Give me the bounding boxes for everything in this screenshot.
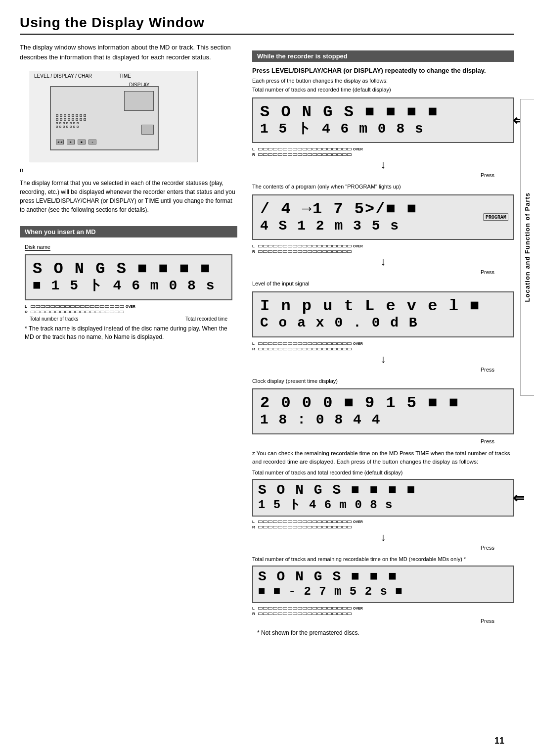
insert-display: S O N G S ■ ■ ■ ■ ■ 1 5 ト 4 6 m 0 8 s	[25, 254, 232, 300]
page-title: Using the Display Window	[20, 15, 514, 35]
stopped-display-block-4: Clock display (present time display) 2 0…	[252, 378, 514, 444]
stopped-d2-r2: 4 S 1 2 m 3 5 s	[260, 218, 506, 235]
arrow-down-1: ↓	[252, 158, 514, 171]
stopped-display-1-wrapper: S O N G S ■ ■ ■ ■ 1 5 ト 4 6 m 0 8 s ⇐	[252, 97, 514, 143]
press-label-3: Press	[252, 367, 494, 373]
z-note: z You can check the remaining recordable…	[252, 449, 514, 467]
press-label-4: Press	[252, 438, 494, 444]
stopped-d1-r1: S O N G S ■ ■ ■ ■	[260, 103, 506, 121]
instruction-bold: Press LEVEL/DISPLAY/CHAR (or DISPLAY) re…	[252, 67, 514, 74]
press-time-1: Press	[252, 545, 494, 551]
time-display-1-wrapper: S O N G S ■ ■ ■ ■ 1 5 ト 4 6 m 0 8 s ⇐	[252, 479, 514, 517]
time-display-1: S O N G S ■ ■ ■ ■ 1 5 ト 4 6 m 0 8 s	[252, 479, 514, 517]
asterisk-note-insert: * The track name is displayed instead of…	[25, 325, 237, 341]
intro-line: Each press of the button changes the dis…	[252, 77, 514, 84]
time-caption-2: Total number of tracks and remaining rec…	[252, 556, 514, 563]
section-header-stopped: While the recorder is stopped	[252, 50, 514, 62]
stopped-caption-3: Level of the input signal	[252, 280, 514, 287]
stopped-d1-r2: 1 5 ト 4 6 m 0 8 s	[260, 121, 506, 138]
stopped-display-1: S O N G S ■ ■ ■ ■ 1 5 ト 4 6 m 0 8 s	[252, 97, 514, 143]
level-bars-2: LOVER R	[252, 244, 514, 254]
press-label-1: Press	[252, 172, 494, 178]
stopped-display-block-3: Level of the input signal I n p u t L e …	[252, 280, 514, 372]
stopped-display-4: 2 0 0 0 ■ 9 1 5 ■ ■ 1 8 : 0 8 4 4	[252, 388, 514, 434]
diag-label-level: LEVEL / DISPLAY / CHAR	[34, 73, 92, 79]
insert-display-row1: S O N G S ■ ■ ■ ■	[33, 260, 224, 278]
level-bars-time-2: LOVER R	[252, 606, 514, 616]
device-body: ◄◄ ► ■ +	[50, 86, 159, 150]
program-label: PROGRAM	[484, 214, 508, 221]
stopped-caption-4: Clock display (present time display)	[252, 378, 514, 384]
device-screen	[124, 91, 154, 111]
stopped-d2-r1: / 4 →1 7 5>/■ ■	[260, 200, 506, 218]
main-content: The display window shows information abo…	[20, 43, 514, 637]
press-time-2: Press	[252, 618, 494, 624]
over-label-l: OVER	[126, 305, 135, 308]
press-label-2: Press	[252, 269, 494, 275]
level-bars-time-1: LOVER R	[252, 520, 514, 529]
section-header-insert: When you insert an MD	[20, 226, 237, 237]
left-column: The display window shows information abo…	[20, 43, 237, 637]
time-d1-r1: S O N G S ■ ■ ■ ■	[258, 483, 508, 498]
time-d2-r2: ■ ■ - 2 7 m 5 2 s ■	[258, 585, 508, 599]
arrow-down-time-1: ↓	[252, 531, 514, 544]
sidebar-text: Location and Function of Parts	[524, 192, 531, 302]
arrow-down-3: ↓	[252, 353, 514, 366]
stopped-d3-r2: C o a x 0 . 0 d B	[260, 315, 506, 331]
time-d1-r2: 1 5 ト 4 6 m 0 8 s	[258, 498, 508, 513]
body-text: The display format that you ve selected …	[20, 179, 237, 214]
disk-name-label: Disk name	[25, 244, 50, 251]
level-bars-3: LOVER R	[252, 341, 514, 351]
time-d2-r1: S O N G S ■ ■ ■	[258, 569, 508, 585]
stopped-d3-r1: I n p u t L e v e l ■	[260, 297, 506, 315]
asterisk-note-time: * Not shown for the premastered discs.	[257, 629, 514, 637]
stopped-d4-r1: 2 0 0 0 ■ 9 1 5 ■ ■	[260, 394, 506, 412]
stopped-display-3: I n p u t L e v e l ■ C o a x 0 . 0 d B	[252, 291, 514, 337]
device-diagram: LEVEL / DISPLAY / CHAR TIME DISPLAY	[30, 71, 198, 162]
time-display-block-1: Total number of tracks and total recorde…	[252, 469, 514, 551]
insert-display-row2: ■ 1 5 ト 4 6 m 0 8 s	[33, 278, 224, 294]
stopped-d4-r2: 1 8 : 0 8 4 4	[260, 412, 506, 428]
time-display-2: S O N G S ■ ■ ■ ■ ■ - 2 7 m 5 2 s ■	[252, 566, 514, 603]
page-container: Using the Display Window The display win…	[0, 0, 534, 756]
md-slot	[141, 125, 154, 135]
stopped-caption-2: The contents of a program (only when "PR…	[252, 183, 514, 190]
intro-paragraph: The display window shows information abo…	[20, 43, 237, 62]
device-play-buttons: ◄◄ ► ■ +	[56, 140, 96, 144]
total-tracks-label: Total number of tracks	[30, 316, 78, 322]
level-bars-1: LOVER R	[252, 147, 514, 157]
n-note: n	[20, 166, 237, 174]
stopped-display-2-wrapper: / 4 →1 7 5>/■ ■ 4 S 1 2 m 3 5 s PROGRAM	[252, 194, 514, 240]
time-caption-1: Total number of tracks and total recorde…	[252, 469, 514, 476]
time-display-block-2: Total number of tracks and remaining rec…	[252, 556, 514, 624]
diag-label-time: TIME	[119, 73, 131, 79]
arrow-down-2: ↓	[252, 255, 514, 268]
stopped-caption-1: Total number of tracks and recorded time…	[252, 86, 514, 93]
page-number: 11	[494, 736, 504, 746]
stopped-display-block-2: The contents of a program (only when "PR…	[252, 183, 514, 275]
insert-display-wrapper: S O N G S ■ ■ ■ ■ ■ 1 5 ト 4 6 m 0 8 s L	[25, 254, 232, 322]
level-bars-insert: L OVER R	[25, 304, 232, 314]
total-time-label: Total recorded time	[185, 316, 227, 322]
right-column: While the recorder is stopped Press LEVE…	[252, 43, 514, 637]
stopped-display-2: / 4 →1 7 5>/■ ■ 4 S 1 2 m 3 5 s PROGRAM	[252, 194, 514, 240]
sidebar-label: Location and Function of Parts	[520, 99, 534, 396]
stopped-display-block-1: Total number of tracks and recorded time…	[252, 86, 514, 178]
insert-display-labels: Total number of tracks Total recorded ti…	[25, 316, 232, 322]
arrow-right-time-1: ⇐	[513, 490, 524, 506]
